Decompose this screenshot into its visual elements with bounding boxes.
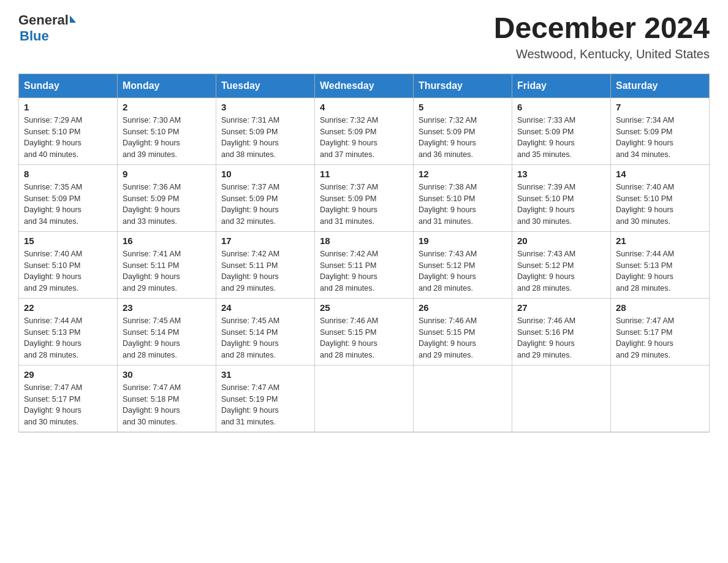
day-number: 9 bbox=[123, 169, 211, 179]
calendar-cell bbox=[512, 365, 611, 432]
calendar-week-row: 29Sunrise: 7:47 AMSunset: 5:17 PMDayligh… bbox=[19, 365, 710, 432]
weekday-header-row: SundayMondayTuesdayWednesdayThursdayFrid… bbox=[19, 74, 710, 98]
calendar-week-row: 15Sunrise: 7:40 AMSunset: 5:10 PMDayligh… bbox=[19, 231, 710, 298]
day-number: 25 bbox=[320, 302, 408, 313]
day-info: Sunrise: 7:31 AMSunset: 5:09 PMDaylight:… bbox=[221, 115, 309, 161]
calendar-cell: 11Sunrise: 7:37 AMSunset: 5:09 PMDayligh… bbox=[315, 164, 414, 231]
day-info: Sunrise: 7:43 AMSunset: 5:12 PMDaylight:… bbox=[419, 248, 507, 294]
logo-general-text: General bbox=[18, 12, 69, 28]
day-info: Sunrise: 7:42 AMSunset: 5:11 PMDaylight:… bbox=[320, 248, 408, 294]
day-info: Sunrise: 7:47 AMSunset: 5:18 PMDaylight:… bbox=[123, 382, 211, 428]
calendar-cell: 9Sunrise: 7:36 AMSunset: 5:09 PMDaylight… bbox=[118, 164, 216, 231]
day-number: 13 bbox=[517, 169, 605, 179]
day-number: 22 bbox=[24, 302, 112, 313]
day-info: Sunrise: 7:44 AMSunset: 5:13 PMDaylight:… bbox=[616, 248, 704, 294]
calendar-cell: 23Sunrise: 7:45 AMSunset: 5:14 PMDayligh… bbox=[118, 298, 216, 365]
day-number: 19 bbox=[419, 236, 507, 246]
day-info: Sunrise: 7:32 AMSunset: 5:09 PMDaylight:… bbox=[419, 115, 507, 161]
day-number: 21 bbox=[616, 236, 704, 246]
calendar-cell: 17Sunrise: 7:42 AMSunset: 5:11 PMDayligh… bbox=[216, 231, 315, 298]
day-number: 23 bbox=[123, 302, 211, 313]
day-info: Sunrise: 7:30 AMSunset: 5:10 PMDaylight:… bbox=[123, 115, 211, 161]
calendar-cell: 2Sunrise: 7:30 AMSunset: 5:10 PMDaylight… bbox=[118, 98, 216, 164]
day-info: Sunrise: 7:44 AMSunset: 5:13 PMDaylight:… bbox=[24, 315, 112, 361]
calendar-cell: 28Sunrise: 7:47 AMSunset: 5:17 PMDayligh… bbox=[611, 298, 710, 365]
day-info: Sunrise: 7:45 AMSunset: 5:14 PMDaylight:… bbox=[221, 315, 309, 361]
calendar-cell: 19Sunrise: 7:43 AMSunset: 5:12 PMDayligh… bbox=[414, 231, 512, 298]
calendar-cell: 13Sunrise: 7:39 AMSunset: 5:10 PMDayligh… bbox=[512, 164, 611, 231]
day-info: Sunrise: 7:33 AMSunset: 5:09 PMDaylight:… bbox=[517, 115, 605, 161]
weekday-header-saturday: Saturday bbox=[611, 74, 710, 98]
calendar-cell: 10Sunrise: 7:37 AMSunset: 5:09 PMDayligh… bbox=[216, 164, 315, 231]
day-info: Sunrise: 7:39 AMSunset: 5:10 PMDaylight:… bbox=[517, 182, 605, 228]
calendar-cell: 18Sunrise: 7:42 AMSunset: 5:11 PMDayligh… bbox=[315, 231, 414, 298]
day-number: 29 bbox=[24, 369, 112, 380]
calendar-cell: 29Sunrise: 7:47 AMSunset: 5:17 PMDayligh… bbox=[19, 365, 118, 432]
calendar-table: SundayMondayTuesdayWednesdayThursdayFrid… bbox=[18, 74, 710, 432]
day-number: 30 bbox=[123, 369, 211, 380]
calendar-cell bbox=[315, 365, 414, 432]
day-number: 28 bbox=[616, 302, 704, 313]
weekday-header-wednesday: Wednesday bbox=[315, 74, 414, 98]
day-info: Sunrise: 7:40 AMSunset: 5:10 PMDaylight:… bbox=[616, 182, 704, 228]
calendar-cell: 5Sunrise: 7:32 AMSunset: 5:09 PMDaylight… bbox=[414, 98, 512, 164]
day-number: 12 bbox=[419, 169, 507, 179]
day-number: 16 bbox=[123, 236, 211, 246]
day-info: Sunrise: 7:32 AMSunset: 5:09 PMDaylight:… bbox=[320, 115, 408, 161]
calendar-cell bbox=[611, 365, 710, 432]
day-number: 7 bbox=[616, 102, 704, 112]
day-info: Sunrise: 7:47 AMSunset: 5:17 PMDaylight:… bbox=[24, 382, 112, 428]
day-info: Sunrise: 7:37 AMSunset: 5:09 PMDaylight:… bbox=[221, 182, 309, 228]
day-info: Sunrise: 7:46 AMSunset: 5:15 PMDaylight:… bbox=[419, 315, 507, 361]
day-number: 8 bbox=[24, 169, 112, 179]
day-info: Sunrise: 7:40 AMSunset: 5:10 PMDaylight:… bbox=[24, 248, 112, 294]
day-number: 14 bbox=[616, 169, 704, 179]
calendar-cell: 4Sunrise: 7:32 AMSunset: 5:09 PMDaylight… bbox=[315, 98, 414, 164]
day-info: Sunrise: 7:37 AMSunset: 5:09 PMDaylight:… bbox=[320, 182, 408, 228]
day-info: Sunrise: 7:41 AMSunset: 5:11 PMDaylight:… bbox=[123, 248, 211, 294]
logo: General Blue bbox=[18, 12, 76, 44]
location-title: Westwood, Kentucky, United States bbox=[494, 47, 710, 61]
day-number: 10 bbox=[221, 169, 309, 179]
day-number: 26 bbox=[419, 302, 507, 313]
calendar-cell: 6Sunrise: 7:33 AMSunset: 5:09 PMDaylight… bbox=[512, 98, 611, 164]
day-info: Sunrise: 7:47 AMSunset: 5:19 PMDaylight:… bbox=[221, 382, 309, 428]
calendar-cell: 22Sunrise: 7:44 AMSunset: 5:13 PMDayligh… bbox=[19, 298, 118, 365]
calendar-week-row: 22Sunrise: 7:44 AMSunset: 5:13 PMDayligh… bbox=[19, 298, 710, 365]
calendar-cell: 20Sunrise: 7:43 AMSunset: 5:12 PMDayligh… bbox=[512, 231, 611, 298]
calendar-week-row: 8Sunrise: 7:35 AMSunset: 5:09 PMDaylight… bbox=[19, 164, 710, 231]
weekday-header-friday: Friday bbox=[512, 74, 611, 98]
month-title: December 2024 bbox=[494, 12, 710, 45]
day-number: 20 bbox=[517, 236, 605, 246]
calendar-cell: 8Sunrise: 7:35 AMSunset: 5:09 PMDaylight… bbox=[19, 164, 118, 231]
calendar-cell: 21Sunrise: 7:44 AMSunset: 5:13 PMDayligh… bbox=[611, 231, 710, 298]
day-number: 4 bbox=[320, 102, 408, 112]
day-number: 17 bbox=[221, 236, 309, 246]
weekday-header-tuesday: Tuesday bbox=[216, 74, 315, 98]
calendar-cell: 3Sunrise: 7:31 AMSunset: 5:09 PMDaylight… bbox=[216, 98, 315, 164]
day-number: 31 bbox=[221, 369, 309, 380]
calendar-cell: 26Sunrise: 7:46 AMSunset: 5:15 PMDayligh… bbox=[414, 298, 512, 365]
calendar-cell: 15Sunrise: 7:40 AMSunset: 5:10 PMDayligh… bbox=[19, 231, 118, 298]
day-info: Sunrise: 7:38 AMSunset: 5:10 PMDaylight:… bbox=[419, 182, 507, 228]
day-number: 15 bbox=[24, 236, 112, 246]
weekday-header-monday: Monday bbox=[118, 74, 216, 98]
page-header: General Blue December 2024 Westwood, Ken… bbox=[18, 12, 710, 61]
calendar-cell: 1Sunrise: 7:29 AMSunset: 5:10 PMDaylight… bbox=[19, 98, 118, 164]
day-info: Sunrise: 7:46 AMSunset: 5:15 PMDaylight:… bbox=[320, 315, 408, 361]
day-number: 11 bbox=[320, 169, 408, 179]
calendar-week-row: 1Sunrise: 7:29 AMSunset: 5:10 PMDaylight… bbox=[19, 98, 710, 164]
day-number: 18 bbox=[320, 236, 408, 246]
weekday-header-sunday: Sunday bbox=[19, 74, 118, 98]
day-info: Sunrise: 7:43 AMSunset: 5:12 PMDaylight:… bbox=[517, 248, 605, 294]
day-info: Sunrise: 7:35 AMSunset: 5:09 PMDaylight:… bbox=[24, 182, 112, 228]
calendar-cell: 31Sunrise: 7:47 AMSunset: 5:19 PMDayligh… bbox=[216, 365, 315, 432]
calendar-cell: 7Sunrise: 7:34 AMSunset: 5:09 PMDaylight… bbox=[611, 98, 710, 164]
calendar-cell: 14Sunrise: 7:40 AMSunset: 5:10 PMDayligh… bbox=[611, 164, 710, 231]
day-number: 24 bbox=[221, 302, 309, 313]
calendar-cell bbox=[414, 365, 512, 432]
logo-blue-text: Blue bbox=[20, 28, 76, 44]
day-info: Sunrise: 7:42 AMSunset: 5:11 PMDaylight:… bbox=[221, 248, 309, 294]
day-number: 3 bbox=[221, 102, 309, 112]
calendar-cell: 30Sunrise: 7:47 AMSunset: 5:18 PMDayligh… bbox=[118, 365, 216, 432]
